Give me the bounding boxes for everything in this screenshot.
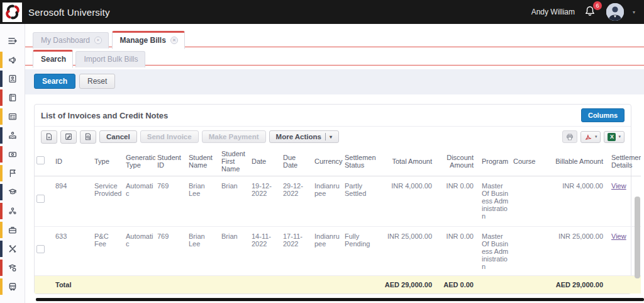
excel-icon: X <box>608 133 616 141</box>
preview-button[interactable] <box>80 130 96 144</box>
make-payment-button[interactable]: Make Payment <box>202 130 266 143</box>
top-bar: Serosoft University Andy William 6 ▾ <box>0 0 644 24</box>
export-pdf-button[interactable]: ▾ <box>580 131 601 143</box>
subtab-import-bulk-bills[interactable]: Import Bulk Bills <box>75 51 145 67</box>
col-header-total-amount[interactable]: Total Amount <box>380 147 438 176</box>
cell-discount-amount: INR 0.00 <box>438 176 480 226</box>
cell-type: Service Provided <box>92 176 124 226</box>
subtab-search[interactable]: Search <box>33 50 73 68</box>
id-card-icon <box>8 74 18 84</box>
sidebar-item-student-records[interactable] <box>0 69 25 88</box>
people-network-icon <box>8 206 18 216</box>
col-header-discount-amount[interactable]: Discount Amount <box>438 147 480 176</box>
pdf-icon <box>584 133 592 141</box>
horizontal-scrollbar[interactable] <box>36 298 644 301</box>
more-actions-button[interactable]: More Actions ▾ <box>269 130 339 143</box>
bills-subtabs: Search Import Bulk Bills <box>25 47 644 66</box>
cell-student-first-name: Brian <box>219 176 250 226</box>
col-header-student-id[interactable]: Student ID <box>155 147 187 176</box>
edit-button[interactable] <box>60 130 77 144</box>
tab-manage-bills-close-icon[interactable]: ✕ <box>170 37 178 44</box>
col-header-billable-amount[interactable]: Billable Amount <box>552 147 609 176</box>
stripe <box>0 127 3 144</box>
stripe <box>0 108 3 125</box>
workspace-tabs: My Dashboard ✕ Manage Bills ✕ <box>25 24 644 47</box>
stripe <box>0 89 3 106</box>
cell-total-amount: INR 4,000.00 <box>380 176 438 226</box>
view-settlement-link[interactable]: View <box>611 232 626 240</box>
sidebar-item-milestones[interactable] <box>0 164 25 183</box>
sidebar-item-exams[interactable] <box>0 107 25 126</box>
reset-button[interactable]: Reset <box>79 74 115 89</box>
col-header-currency[interactable]: Currency <box>313 147 343 176</box>
col-header-due-date[interactable]: Due Date <box>281 147 313 176</box>
col-header-student-name[interactable]: Student Name <box>187 147 219 176</box>
graduate-icon <box>8 187 18 197</box>
col-header-settlement-status[interactable]: Settlemen Status <box>343 147 380 176</box>
sidebar-item-courses[interactable] <box>0 88 25 107</box>
sidebar-item-placement[interactable] <box>0 220 25 239</box>
print-button[interactable] <box>562 130 577 143</box>
cell-currency: Indianrupee <box>313 176 343 226</box>
sidebar-item-announcements[interactable] <box>0 50 25 69</box>
cell-course <box>511 226 552 275</box>
cell-discount-amount: INR 0.00 <box>438 226 480 275</box>
export-excel-button[interactable]: X ▾ <box>604 131 625 143</box>
main-content: My Dashboard ✕ Manage Bills ✕ Search Imp… <box>25 24 644 303</box>
sidebar-item-fees[interactable] <box>0 145 25 164</box>
sidebar-item-scholarship[interactable] <box>0 258 25 277</box>
vertical-scrollbar[interactable] <box>635 197 640 278</box>
sidebar-item-alumni[interactable] <box>0 202 25 220</box>
cell-id: 633 <box>53 226 92 275</box>
row-checkbox[interactable] <box>36 195 45 203</box>
sidebar-item-faculty[interactable] <box>0 126 25 145</box>
cell-course <box>511 176 552 226</box>
cell-currency: Indianrupee <box>313 226 343 275</box>
invoices-toolbar: Cancel Send Invoice Make Payment More Ac… <box>35 127 631 147</box>
total-discount-value: AED 0.00 <box>438 275 480 294</box>
table-row[interactable]: 894 Service Provided Automatic 769 Brian… <box>35 176 641 226</box>
tab-my-dashboard[interactable]: My Dashboard ✕ <box>33 32 109 49</box>
col-header-program[interactable]: Program <box>480 147 511 176</box>
table-row[interactable]: 633 P&C Fee Automatic 769 Brian Lee Bria… <box>35 226 641 275</box>
col-header-settlement-details[interactable]: Settlemen Details <box>609 147 641 176</box>
sidebar-item-maintenance[interactable] <box>0 239 25 258</box>
col-header-generation-type[interactable]: Generation Type <box>124 147 155 176</box>
view-settlement-link[interactable]: View <box>611 182 626 190</box>
sidebar-collapse-menu[interactable] <box>0 31 25 50</box>
pdf-caret-icon: ▾ <box>595 134 597 139</box>
user-name[interactable]: Andy William <box>531 8 575 16</box>
select-all-checkbox[interactable] <box>36 156 45 164</box>
col-header-date[interactable]: Date <box>250 147 281 176</box>
edit-icon <box>64 132 73 141</box>
cell-billable-amount: INR 25,000.00 <box>552 226 609 275</box>
stripe <box>0 278 3 295</box>
cell-program: Master Of Business Administration <box>480 226 511 275</box>
sidebar-item-graduation[interactable] <box>0 183 25 202</box>
export-document-button[interactable] <box>41 130 57 144</box>
avatar-photo <box>606 3 624 21</box>
serosoft-logo[interactable] <box>3 3 22 22</box>
row-checkbox[interactable] <box>36 245 45 253</box>
cell-settlement-status: Fully Pending <box>343 226 380 275</box>
columns-button[interactable]: Columns <box>581 108 625 122</box>
briefcase-icon <box>8 225 18 235</box>
col-header-course[interactable]: Course <box>511 147 552 176</box>
tab-my-dashboard-close-icon[interactable]: ✕ <box>94 37 102 44</box>
send-invoice-button[interactable]: Send Invoice <box>140 130 199 143</box>
col-header-student-first-name[interactable]: Student First Name <box>219 147 250 176</box>
checklist-card-icon <box>8 111 18 122</box>
col-header-type[interactable]: Type <box>92 147 124 176</box>
sidebar-item-transport[interactable] <box>0 277 25 296</box>
search-button[interactable]: Search <box>34 74 75 89</box>
notifications-button[interactable]: 6 <box>584 5 597 19</box>
cell-student-name: Brian Lee <box>187 176 219 226</box>
col-header-id[interactable]: ID <box>53 147 92 176</box>
user-menu-caret-icon[interactable]: ▾ <box>633 9 635 15</box>
serosoft-logo-icon <box>4 4 21 20</box>
user-avatar[interactable] <box>606 3 624 21</box>
excel-caret-icon: ▾ <box>618 134 621 139</box>
cell-type: P&C Fee <box>92 226 124 275</box>
tab-manage-bills[interactable]: Manage Bills ✕ <box>112 31 185 49</box>
cancel-button[interactable]: Cancel <box>99 130 137 143</box>
